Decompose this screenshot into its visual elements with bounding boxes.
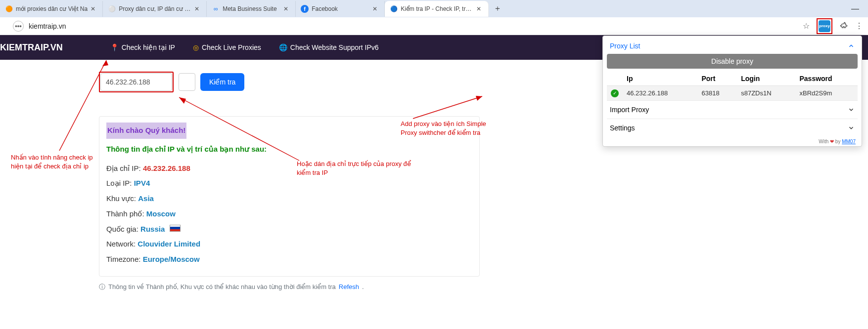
nav-check-ip[interactable]: 📍 Check hiện tại IP bbox=[110, 43, 175, 51]
globe-icon: 🌐 bbox=[279, 43, 287, 51]
chevron-down-icon bbox=[848, 106, 855, 113]
svg-point-1 bbox=[18, 25, 19, 26]
type-value: IPV4 bbox=[134, 179, 150, 187]
ip-value: 46.232.26.188 bbox=[143, 164, 190, 172]
tab-title: Facebook bbox=[312, 5, 369, 12]
row-timezone: Timezone: Europe/Moscow bbox=[106, 252, 472, 267]
network-value: Clouvider Limited bbox=[137, 240, 200, 248]
tab-title: Meta Business Suite bbox=[223, 5, 280, 12]
city-value: Moscow bbox=[146, 209, 176, 218]
annotation-3: Add proxy vào tiện ích Simple Proxy swit… bbox=[401, 120, 490, 137]
site-settings-icon[interactable] bbox=[13, 21, 24, 32]
cell-login: s87ZDs1N bbox=[737, 86, 795, 100]
ext-footer: With ❤ by MM07 bbox=[607, 137, 858, 144]
row-type: Loại IP: IPV4 bbox=[106, 176, 472, 191]
footer-note: ⓘ Thông tin về Thành phố, Khu vực có thể… bbox=[99, 283, 868, 291]
proxy-table: Ip Port Login Password ✓ 46.232.26.188 6… bbox=[607, 72, 858, 100]
close-icon[interactable]: ✕ bbox=[476, 5, 483, 12]
row-network: Network: Clouvider Limited bbox=[106, 237, 472, 252]
close-icon[interactable]: ✕ bbox=[372, 5, 379, 12]
nav-check-ipv6[interactable]: 🌐 Check Website Support IPv6 bbox=[279, 43, 379, 51]
tab-favicon: ⚪ bbox=[108, 5, 116, 13]
settings-row[interactable]: Settings bbox=[607, 119, 858, 137]
region-value: Asia bbox=[138, 194, 154, 203]
ip-input[interactable] bbox=[100, 73, 172, 91]
settings-label: Settings bbox=[610, 124, 635, 132]
check-button[interactable]: Kiểm tra bbox=[200, 73, 244, 91]
window-controls: — bbox=[842, 0, 868, 17]
col-port: Port bbox=[697, 72, 737, 86]
browser-tab[interactable]: 🟠 mới proxies dân cư Việt Na ✕ bbox=[0, 1, 103, 17]
minimize-button[interactable]: — bbox=[851, 4, 859, 13]
cell-port: 63818 bbox=[697, 86, 737, 100]
row-country: Quốc gia: Russia bbox=[106, 222, 472, 237]
bookmark-icon[interactable]: ☆ bbox=[803, 21, 810, 31]
tz-value: Europe/Moscow bbox=[143, 255, 200, 263]
tab-title: Kiểm tra IP - Check IP, tra địa c bbox=[401, 5, 473, 12]
nav-label: Check hiện tại IP bbox=[122, 43, 175, 51]
info-heading: Thông tin địa chỉ IP và vị trí của bạn n… bbox=[106, 142, 472, 157]
pin-icon: 📍 bbox=[110, 43, 119, 51]
disable-proxy-button[interactable]: Disable proxy bbox=[607, 54, 858, 69]
tab-favicon: 🔵 bbox=[390, 5, 398, 13]
browser-tab[interactable]: ∞ Meta Business Suite ✕ bbox=[207, 1, 296, 17]
browser-tab[interactable]: ⚪ Proxy dân cư, IP dân cư Việt Na ✕ bbox=[103, 1, 207, 17]
aux-box[interactable] bbox=[179, 73, 195, 91]
extension-highlight: proxy bbox=[817, 18, 832, 34]
annotation-2: Hoặc dán địa chỉ trực tiếp của proxy để … bbox=[297, 160, 425, 177]
row-region: Khu vực: Asia bbox=[106, 191, 472, 206]
close-icon[interactable]: ✕ bbox=[283, 5, 290, 12]
col-ip: Ip bbox=[623, 72, 697, 86]
facebook-icon: f bbox=[301, 5, 309, 13]
footer-text: Thông tin về Thành phố, Khu vực có thể k… bbox=[108, 283, 336, 290]
info-icon: ⓘ bbox=[99, 283, 105, 291]
chevron-down-icon bbox=[848, 124, 855, 131]
tab-favicon: 🟠 bbox=[5, 5, 13, 13]
svg-point-2 bbox=[20, 25, 21, 26]
tab-title: Proxy dân cư, IP dân cư Việt Na bbox=[119, 5, 191, 12]
extensions-icon[interactable] bbox=[839, 21, 848, 32]
country-value: Russia bbox=[140, 225, 165, 233]
meta-icon: ∞ bbox=[212, 5, 220, 13]
menu-icon[interactable]: ⋮ bbox=[855, 21, 863, 31]
refresh-link[interactable]: Refesh bbox=[339, 283, 359, 290]
browser-tab[interactable]: f Facebook ✕ bbox=[296, 1, 385, 17]
ext-header[interactable]: Proxy List bbox=[607, 40, 858, 54]
ext-title: Proxy List bbox=[610, 42, 640, 50]
import-proxy-row[interactable]: Import Proxy bbox=[607, 100, 858, 119]
nav-label: Check Live Proxies bbox=[202, 43, 261, 51]
greeting: Kính chào Quý khách! bbox=[106, 123, 186, 139]
nav-label: Check Website Support IPv6 bbox=[290, 43, 379, 51]
nav-check-proxies[interactable]: ◎ Check Live Proxies bbox=[193, 43, 261, 51]
close-icon[interactable]: ✕ bbox=[194, 5, 201, 12]
annotation-1: Nhấn vào tính năng check ip hiện tại để … bbox=[11, 153, 100, 170]
col-login: Login bbox=[737, 72, 795, 86]
browser-tab-active[interactable]: 🔵 Kiểm tra IP - Check IP, tra địa c ✕ bbox=[385, 1, 489, 17]
table-row[interactable]: ✓ 46.232.26.188 63818 s87ZDs1N xBRd2S9m bbox=[607, 86, 858, 100]
ip-input-highlight bbox=[99, 72, 174, 92]
close-icon[interactable]: ✕ bbox=[91, 5, 97, 12]
flag-icon bbox=[170, 225, 181, 232]
proxy-extension-icon[interactable]: proxy bbox=[819, 20, 830, 32]
new-tab-button[interactable]: ＋ bbox=[491, 2, 504, 16]
address-bar: kiemtraip.vn ☆ proxy ⋮ bbox=[0, 17, 868, 35]
row-city: Thành phố: Moscow bbox=[106, 206, 472, 222]
chevron-up-icon[interactable] bbox=[848, 42, 855, 49]
address-text[interactable]: kiemtraip.vn bbox=[29, 22, 66, 30]
check-icon: ✓ bbox=[611, 89, 619, 97]
cell-password: xBRd2S9m bbox=[795, 86, 858, 100]
cell-ip: 46.232.26.188 bbox=[623, 86, 697, 100]
tab-title: mới proxies dân cư Việt Na bbox=[16, 5, 88, 12]
import-label: Import Proxy bbox=[610, 106, 649, 114]
browser-tab-strip: 🟠 mới proxies dân cư Việt Na ✕ ⚪ Proxy d… bbox=[0, 0, 868, 17]
extension-popup: Proxy List Disable proxy Ip Port Login P… bbox=[602, 36, 862, 147]
brand[interactable]: KIEMTRAIP.VN bbox=[0, 42, 63, 53]
heart-icon: ❤ bbox=[830, 139, 834, 144]
target-icon: ◎ bbox=[193, 43, 199, 51]
col-password: Password bbox=[795, 72, 858, 86]
author-link[interactable]: MM07 bbox=[842, 139, 856, 144]
ip-info-card: Kính chào Quý khách! Thông tin địa chỉ I… bbox=[99, 116, 480, 277]
svg-point-0 bbox=[15, 25, 16, 26]
